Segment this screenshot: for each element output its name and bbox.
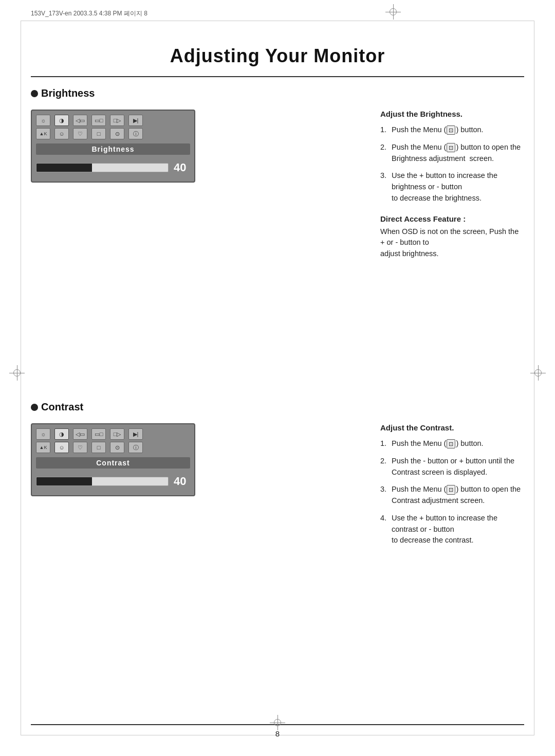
brightness-body: ☼ ◑ ◁▭ ▭□ □▷ ▶| ▲K ☺ ♡ □ ⊙ ⓘ Brightne (31, 99, 524, 260)
brightness-osd-bottom-row: ▲K ☺ ♡ □ ⊙ ⓘ (36, 128, 190, 139)
brightness-osd-top-row: ☼ ◑ ◁▭ ▭□ □▷ ▶| (36, 115, 190, 126)
contrast-bullet (31, 404, 38, 411)
contrast-slider-track (36, 477, 169, 486)
brightness-direct-access: Direct Access Feature : When OSD is not … (380, 214, 524, 260)
osd-icon-contrast-sun: ☼ (36, 428, 50, 440)
page-header: 153V_173V-en 2003.3.5 4:38 PM 페이지 8 (31, 9, 147, 18)
contrast-slider-value: 40 (174, 475, 190, 488)
brightness-direct-access-title: Direct Access Feature : (380, 214, 524, 223)
contrast-osd-label: Contrast (36, 457, 190, 469)
osd-icon-brightness-sun: ☼ (36, 115, 50, 126)
osd-icon-brightness-b5: ⊙ (110, 128, 124, 139)
contrast-osd-column: ☼ ◑ ◁▭ ▭□ □▷ ▶| ▲K ☺ ♡ □ ⊙ ⓘ Contrast (31, 413, 195, 552)
crosshair-top (385, 4, 401, 20)
crosshair-bottom (270, 715, 285, 730)
contrast-header: Contrast (31, 401, 524, 413)
brightness-steps: 1. Push the Menu (⊡) button. 2. Push the… (380, 124, 524, 204)
brightness-slider-area: 40 (36, 159, 190, 177)
osd-icon-contrast-b2-active: ☺ (54, 442, 69, 453)
contrast-body: ☼ ◑ ◁▭ ▭□ □▷ ▶| ▲K ☺ ♡ □ ⊙ ⓘ Contrast (31, 413, 524, 552)
brightness-step-3: 3. Use the + button to increase the brig… (380, 170, 524, 204)
osd-icon-contrast-b5: ⊙ (110, 442, 124, 453)
border-top (21, 21, 534, 21)
contrast-instr-title: Adjust the Contrast. (380, 423, 524, 432)
crosshair-mid-right (530, 365, 546, 381)
brightness-slider-fill (36, 164, 92, 172)
osd-icon-contrast-b4: □ (91, 442, 106, 453)
page-number: 8 (0, 729, 555, 738)
brightness-bullet (31, 90, 38, 97)
brightness-step-1: 1. Push the Menu (⊡) button. (380, 124, 524, 136)
contrast-title: Contrast (41, 401, 83, 413)
osd-icon-contrast-4: ▭□ (91, 428, 106, 440)
contrast-osd-panel: ☼ ◑ ◁▭ ▭□ □▷ ▶| ▲K ☺ ♡ □ ⊙ ⓘ Contrast (31, 423, 195, 496)
contrast-osd-top-row: ☼ ◑ ◁▭ ▭□ □▷ ▶| (36, 428, 190, 440)
osd-icon-contrast-selected: ◑ (54, 428, 69, 440)
osd-icon-brightness-6: ▶| (128, 115, 143, 126)
file-info: 153V_173V-en 2003.3.5 4:38 PM 페이지 8 (31, 10, 147, 17)
osd-icon-contrast-b6: ⓘ (128, 442, 143, 453)
osd-icon-contrast-b3: ♡ (73, 442, 87, 453)
brightness-step-2: 2. Push the Menu (⊡) button to open theB… (380, 142, 524, 165)
osd-icon-contrast-b1: ▲K (36, 442, 50, 453)
osd-icon-brightness-b2: ☺ (54, 128, 69, 139)
crosshair-mid-left (9, 365, 25, 381)
contrast-step-1: 1. Push the Menu (⊡) button. (380, 438, 524, 449)
osd-icon-brightness-b4: □ (91, 128, 106, 139)
brightness-section: Brightness ☼ ◑ ◁▭ ▭□ □▷ ▶| ▲K ☺ ♡ (31, 87, 524, 260)
osd-icon-contrast-3: ◁▭ (73, 428, 87, 440)
contrast-slider-fill (36, 477, 92, 485)
menu-btn-icon-2: ⊡ (447, 143, 455, 153)
contrast-osd-bottom-row: ▲K ☺ ♡ □ ⊙ ⓘ (36, 442, 190, 453)
osd-icon-brightness-b6: ⓘ (128, 128, 143, 139)
contrast-steps: 1. Push the Menu (⊡) button. 2. Push the… (380, 438, 524, 546)
osd-icon-brightness-contrast: ◑ (54, 115, 69, 126)
brightness-osd-label: Brightness (36, 143, 190, 155)
brightness-slider-track (36, 163, 169, 172)
brightness-osd-column: ☼ ◑ ◁▭ ▭□ □▷ ▶| ▲K ☺ ♡ □ ⊙ ⓘ Brightne (31, 99, 195, 260)
brightness-slider-value: 40 (174, 161, 190, 174)
osd-icon-brightness-4: ▭□ (91, 115, 106, 126)
brightness-instructions: Adjust the Brightness. 1. Push the Menu … (380, 110, 524, 260)
contrast-menu-btn-1: ⊡ (447, 439, 455, 449)
contrast-step-3: 3. Push the Menu (⊡) button to open theC… (380, 484, 524, 507)
osd-icon-contrast-6: ▶| (128, 428, 143, 440)
contrast-menu-btn-3: ⊡ (447, 485, 455, 495)
contrast-step-2: 2. Push the - button or + button until t… (380, 456, 524, 478)
osd-icon-contrast-5: □▷ (110, 428, 124, 440)
brightness-instr-title: Adjust the Brightness. (380, 110, 524, 118)
brightness-header: Brightness (31, 87, 524, 99)
menu-btn-icon-1: ⊡ (447, 125, 455, 135)
brightness-title: Brightness (41, 87, 95, 99)
contrast-slider-area: 40 (36, 473, 190, 491)
brightness-direct-access-text: When OSD is not on the screen, Push the … (380, 226, 524, 260)
divider-top (31, 76, 524, 77)
brightness-osd-panel: ☼ ◑ ◁▭ ▭□ □▷ ▶| ▲K ☺ ♡ □ ⊙ ⓘ Brightne (31, 110, 195, 183)
osd-icon-brightness-5: □▷ (110, 115, 124, 126)
osd-icon-brightness-b1: ▲K (36, 128, 50, 139)
osd-icon-brightness-3: ◁▭ (73, 115, 87, 126)
contrast-step-4: 4. Use the + button to increase the cont… (380, 513, 524, 546)
contrast-instructions: Adjust the Contrast. 1. Push the Menu (⊡… (380, 423, 524, 552)
osd-icon-brightness-b3: ♡ (73, 128, 87, 139)
contrast-section: Contrast ☼ ◑ ◁▭ ▭□ □▷ ▶| ▲K ☺ ♡ (31, 401, 524, 552)
page-title: Adjusting Your Monitor (0, 45, 555, 67)
